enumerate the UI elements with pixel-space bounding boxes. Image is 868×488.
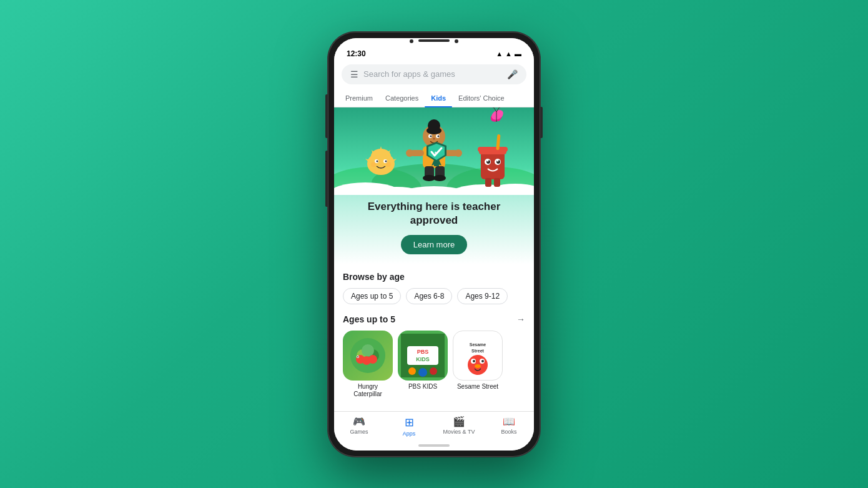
app-name-3: Sesame Street bbox=[453, 383, 503, 391]
age-section-header: Ages up to 5 → bbox=[343, 314, 525, 324]
ages-up-to-5-section: Ages up to 5 → bbox=[334, 309, 534, 403]
hero-svg bbox=[334, 107, 534, 195]
app-card-3[interactable]: Sesame Street bbox=[453, 331, 503, 398]
svg-point-69 bbox=[357, 356, 358, 357]
menu-icon[interactable]: ☰ bbox=[350, 69, 358, 79]
app-name-2: PBS KIDS bbox=[398, 383, 448, 391]
svg-point-23 bbox=[427, 127, 441, 134]
nav-item-movies[interactable]: 🎬 Movies & TV bbox=[434, 416, 484, 437]
games-label: Games bbox=[350, 429, 368, 435]
svg-text:KIDS: KIDS bbox=[416, 356, 430, 362]
app-name-1: Hungry Caterpillar bbox=[343, 383, 393, 398]
nav-item-games[interactable]: 🎮 Games bbox=[334, 416, 384, 437]
browse-section: Browse by age Ages up to 5 Ages 6-8 Ages… bbox=[334, 264, 534, 309]
svg-point-18 bbox=[385, 160, 387, 162]
browse-title: Browse by age bbox=[343, 272, 525, 282]
wifi-icon: ▲ bbox=[496, 50, 503, 57]
svg-point-85 bbox=[475, 364, 481, 368]
svg-point-27 bbox=[438, 135, 440, 137]
phone-screen: 12:30 ▲ ▲ ▬ ☰ Search for apps & games 🎤 … bbox=[334, 38, 534, 451]
nav-item-apps[interactable]: ⊞ Apps bbox=[384, 416, 434, 437]
svg-point-47 bbox=[487, 159, 489, 161]
status-time: 12:30 bbox=[347, 49, 366, 58]
chip-ages-6-8[interactable]: Ages 6-8 bbox=[406, 288, 452, 304]
app-card-1[interactable]: Hungry Caterpillar bbox=[343, 331, 393, 398]
apps-label: Apps bbox=[403, 431, 416, 437]
app-icon-hungry-caterpillar bbox=[343, 331, 393, 381]
nav-item-books[interactable]: 📖 Books bbox=[484, 416, 534, 437]
bottom-nav: 🎮 Games ⊞ Apps 🎬 Movies & TV 📖 Books bbox=[334, 411, 534, 442]
hero-title: Everything here is teacher approved bbox=[347, 200, 521, 227]
phone-container: 12:30 ▲ ▲ ▬ ☰ Search for apps & games 🎤 … bbox=[328, 32, 540, 457]
camera-dot bbox=[410, 39, 413, 43]
hero-text: Everything here is teacher approved Lear… bbox=[334, 195, 534, 254]
app-cards-row: Hungry Caterpillar PBS KIDS bbox=[343, 331, 525, 398]
camera-notch bbox=[334, 38, 534, 44]
age-section-title: Ages up to 5 bbox=[343, 314, 395, 324]
movies-icon: 🎬 bbox=[453, 416, 465, 427]
mic-icon[interactable]: 🎤 bbox=[507, 69, 518, 79]
svg-point-17 bbox=[377, 160, 378, 162]
svg-point-84 bbox=[481, 360, 484, 362]
tab-editors-choice[interactable]: Editors' Choice bbox=[452, 89, 511, 107]
home-bar bbox=[418, 444, 450, 447]
svg-text:Sesame: Sesame bbox=[470, 342, 486, 347]
svg-rect-41 bbox=[478, 147, 508, 152]
app-icon-sesame: Sesame Street bbox=[453, 331, 503, 381]
svg-point-19 bbox=[371, 162, 376, 167]
svg-point-74 bbox=[408, 367, 416, 375]
books-icon: 📖 bbox=[503, 416, 515, 427]
svg-point-83 bbox=[473, 360, 475, 362]
tab-categories[interactable]: Categories bbox=[379, 89, 425, 107]
camera-dot-2 bbox=[455, 39, 458, 43]
battery-icon: ▬ bbox=[515, 50, 521, 57]
search-placeholder: Search for apps & games bbox=[363, 69, 502, 79]
app-icon-pbs: PBS KIDS bbox=[398, 331, 448, 381]
home-indicator bbox=[334, 442, 534, 451]
svg-line-55 bbox=[493, 107, 496, 112]
svg-point-37 bbox=[433, 175, 446, 181]
tabs-bar: Premium Categories Kids Editors' Choice bbox=[334, 89, 534, 107]
search-area: ☰ Search for apps & games 🎤 bbox=[334, 61, 534, 89]
books-label: Books bbox=[501, 429, 516, 435]
svg-point-28 bbox=[433, 137, 435, 139]
svg-point-75 bbox=[418, 368, 427, 377]
signal-icon: ▲ bbox=[505, 50, 512, 57]
app-card-2[interactable]: PBS KIDS PBS KIDS bbox=[398, 331, 448, 398]
status-bar: 12:30 ▲ ▲ ▬ bbox=[334, 44, 534, 61]
hero-banner: Everything here is teacher approved Lear… bbox=[334, 107, 534, 264]
svg-rect-39 bbox=[481, 151, 505, 179]
speaker-bar bbox=[418, 39, 450, 42]
svg-point-48 bbox=[497, 159, 499, 161]
svg-rect-49 bbox=[485, 178, 491, 187]
games-icon: 🎮 bbox=[353, 416, 365, 427]
svg-point-76 bbox=[430, 367, 437, 375]
age-chips-container: Ages up to 5 Ages 6-8 Ages 9-12 bbox=[343, 288, 525, 304]
svg-point-67 bbox=[368, 355, 377, 364]
svg-text:PBS: PBS bbox=[417, 349, 429, 355]
movies-label: Movies & TV bbox=[443, 429, 475, 435]
svg-point-20 bbox=[386, 162, 391, 167]
svg-point-32 bbox=[406, 149, 413, 157]
learn-more-button[interactable]: Learn more bbox=[401, 235, 467, 254]
chip-ages-5[interactable]: Ages up to 5 bbox=[343, 288, 401, 304]
search-bar[interactable]: ☰ Search for apps & games 🎤 bbox=[342, 64, 526, 84]
status-icons: ▲ ▲ ▬ bbox=[496, 50, 521, 57]
apps-icon: ⊞ bbox=[405, 416, 414, 429]
svg-rect-50 bbox=[494, 178, 500, 187]
content-scroll[interactable]: Everything here is teacher approved Lear… bbox=[334, 107, 534, 411]
svg-point-64 bbox=[362, 344, 374, 357]
svg-point-26 bbox=[430, 135, 432, 137]
svg-text:Street: Street bbox=[471, 349, 485, 353]
svg-point-33 bbox=[455, 149, 462, 157]
chip-ages-9-12[interactable]: Ages 9-12 bbox=[457, 288, 508, 304]
tab-kids[interactable]: Kids bbox=[425, 89, 452, 107]
tab-premium[interactable]: Premium bbox=[339, 89, 379, 107]
hero-illustration bbox=[334, 107, 534, 195]
ages-arrow-icon[interactable]: → bbox=[516, 314, 525, 324]
